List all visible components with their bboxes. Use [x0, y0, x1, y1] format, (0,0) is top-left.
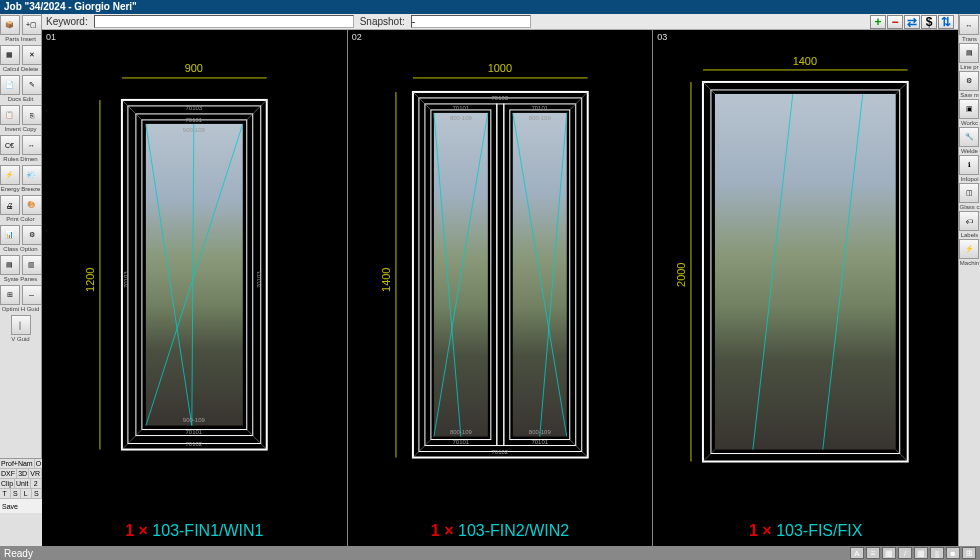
window-label: 1 × 103-FIN2/WIN2 — [348, 522, 653, 540]
svg-line-39 — [413, 440, 431, 458]
left-toolbar: 📦+▢Parts Insert ▦✕Calcul Delete 📄✎Docs E… — [0, 14, 42, 546]
svg-line-11 — [122, 430, 142, 450]
svg-line-9 — [122, 100, 142, 120]
svg-text:70101: 70101 — [452, 439, 469, 445]
svg-text:1400: 1400 — [380, 268, 392, 292]
svg-line-12 — [247, 430, 267, 450]
svg-line-38 — [569, 92, 587, 110]
edit-button[interactable]: ✎ — [22, 75, 42, 95]
docs-button[interactable]: 📄 — [0, 75, 20, 95]
title-bar: Job "34/2024 - Giorgio Neri" — [0, 0, 980, 14]
svg-text:800-109: 800-109 — [528, 115, 551, 121]
window-cell-01[interactable]: 01 900 1200 — [42, 30, 348, 546]
cell-number: 02 — [352, 32, 362, 42]
drawing-canvas[interactable]: 01 900 1200 — [42, 30, 958, 546]
price-action[interactable]: $ — [921, 15, 937, 29]
save-button[interactable]: Save — [0, 499, 42, 513]
svg-line-65 — [896, 450, 908, 462]
keyword-label: Keyword: — [46, 16, 88, 27]
svg-line-64 — [703, 450, 715, 462]
vguid-button[interactable]: │ — [11, 315, 31, 335]
svg-rect-61 — [715, 94, 896, 450]
parts-button[interactable]: 📦 — [0, 15, 20, 35]
svg-text:70103: 70103 — [186, 105, 203, 111]
status-tool[interactable]: ▦ — [914, 547, 928, 559]
window-cell-02[interactable]: 02 1000 1400 — [348, 30, 654, 546]
print-button[interactable]: 🖨 — [0, 195, 20, 215]
svg-text:70103: 70103 — [491, 95, 508, 101]
svg-line-37 — [413, 92, 431, 110]
linepr-button[interactable]: ▤ — [959, 43, 979, 63]
config-panel: Prof+NamO DXF3DVR ClipUnit2 TSLS Save — [0, 458, 42, 546]
labels-button[interactable]: 🏷 — [959, 211, 979, 231]
optimi-button[interactable]: ⊞ — [0, 285, 20, 305]
sawm-button[interactable]: ⚙ — [959, 71, 979, 91]
sort-action[interactable]: ⇅ — [938, 15, 954, 29]
cell-number: 03 — [657, 32, 667, 42]
status-tool[interactable]: ≡ — [866, 547, 880, 559]
syste-button[interactable]: ▤ — [0, 255, 20, 275]
option-button[interactable]: ⚙ — [22, 225, 42, 245]
svg-text:1400: 1400 — [793, 55, 817, 67]
svg-text:70101: 70101 — [186, 429, 203, 435]
svg-text:70101: 70101 — [531, 439, 548, 445]
snapshot-label: Snapshot: — [360, 16, 405, 27]
svg-line-63 — [896, 82, 908, 94]
remove-action[interactable]: − — [887, 15, 903, 29]
svg-text:70102: 70102 — [186, 441, 203, 447]
svg-text:900: 900 — [185, 62, 203, 74]
svg-line-10 — [247, 100, 267, 120]
add-action[interactable]: + — [870, 15, 886, 29]
svg-text:70103: 70103 — [123, 271, 129, 288]
top-toolbar: Keyword: Snapshot: - + − ⇄ $ ⇅ — [42, 14, 958, 30]
snapshot-select[interactable]: - — [411, 15, 531, 28]
status-text: Ready — [4, 548, 33, 559]
workspace: Keyword: Snapshot: - + − ⇄ $ ⇅ 01 — [42, 14, 958, 546]
svg-text:1000: 1000 — [487, 62, 511, 74]
right-toolbar: ↔Trans ▤Line pr ⚙Saw m ▣Workc 🔧Welde ℹIn… — [958, 14, 980, 546]
status-tool[interactable]: ■ — [946, 547, 960, 559]
status-tool[interactable]: ⊞ — [962, 547, 976, 559]
svg-text:800-109: 800-109 — [450, 115, 473, 121]
svg-text:70101: 70101 — [531, 105, 548, 111]
hguid-button[interactable]: ─ — [22, 285, 42, 305]
calcul-button[interactable]: ▦ — [0, 45, 20, 65]
svg-text:70101: 70101 — [186, 117, 203, 123]
swap-action[interactable]: ⇄ — [904, 15, 920, 29]
window-label: 1 × 103-FIN1/WIN1 — [42, 522, 347, 540]
infopoi-button[interactable]: ℹ — [959, 155, 979, 175]
cell-number: 01 — [46, 32, 56, 42]
class-button[interactable]: 📊 — [0, 225, 20, 245]
svg-text:1200: 1200 — [84, 268, 96, 292]
insert-button[interactable]: +▢ — [22, 15, 42, 35]
svg-line-62 — [703, 82, 715, 94]
status-tool[interactable]: A — [850, 547, 864, 559]
status-tool[interactable]: || — [930, 547, 944, 559]
status-tool[interactable]: ▦ — [882, 547, 896, 559]
status-bar: Ready A ≡ ▦ / ▦ || ■ ⊞ — [0, 546, 980, 560]
machin-button[interactable]: ⚡ — [959, 239, 979, 259]
svg-text:900-109: 900-109 — [183, 127, 206, 133]
trans-button[interactable]: ↔ — [959, 15, 979, 35]
svg-text:800-109: 800-109 — [450, 429, 473, 435]
energy-button[interactable]: ⚡ — [0, 165, 20, 185]
rules-button[interactable]: C€ — [0, 135, 20, 155]
svg-text:70102: 70102 — [491, 449, 508, 455]
svg-text:70101: 70101 — [452, 105, 469, 111]
svg-text:70103: 70103 — [256, 271, 262, 288]
glassc-button[interactable]: ◫ — [959, 183, 979, 203]
color-button[interactable]: 🎨 — [22, 195, 42, 215]
window-cell-03[interactable]: 03 1400 2000 1 × 103-FIS/FIX — [653, 30, 958, 546]
workc-button[interactable]: ▣ — [959, 99, 979, 119]
svg-rect-36 — [497, 104, 504, 446]
window-label: 1 × 103-FIS/FIX — [653, 522, 958, 540]
status-tool[interactable]: / — [898, 547, 912, 559]
invent-button[interactable]: 📋 — [0, 105, 20, 125]
delete-button[interactable]: ✕ — [22, 45, 42, 65]
breeze-button[interactable]: 💨 — [22, 165, 42, 185]
keyword-input[interactable] — [94, 15, 354, 28]
dimen-button[interactable]: ↔ — [22, 135, 42, 155]
panes-button[interactable]: ▥ — [22, 255, 42, 275]
welde-button[interactable]: 🔧 — [959, 127, 979, 147]
copy-button[interactable]: ⎘ — [22, 105, 42, 125]
